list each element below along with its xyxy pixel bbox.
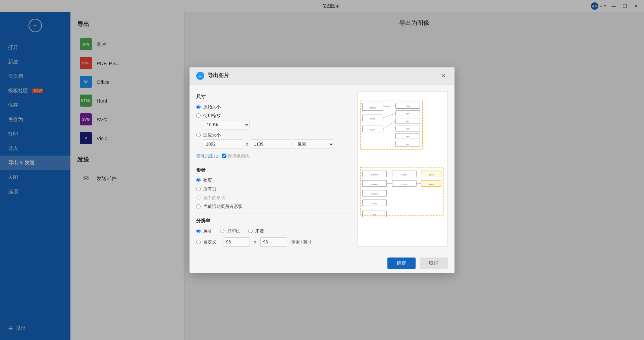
resolution-options-row: 屏幕 打印机 来源 [196, 228, 351, 234]
fit-input-row: x 像素 [203, 139, 351, 149]
custom-dpi-height-input[interactable] [260, 237, 287, 247]
original-size-label: 原始大小 [203, 104, 221, 110]
modal-overlay: ≡ 导出图片 ✕ 尺寸 原始大小 [0, 0, 644, 340]
scale-radio[interactable] [196, 113, 201, 118]
shape-all-label: 所有页 [203, 186, 216, 192]
res-printer-label: 打印机 [227, 228, 240, 234]
modal-footer: 确定 取消 [190, 253, 454, 273]
svg-text:步骤C: 步骤C [406, 120, 410, 122]
preview-svg: 起始节点 处理步骤 判断条件 步骤A 步骤B 步骤C 步骤D 步骤E [358, 92, 447, 246]
fit-width-input[interactable] [203, 139, 243, 149]
original-size-option[interactable]: 原始大小 [196, 104, 351, 110]
svg-text:阶段3处理: 阶段3处理 [371, 193, 377, 195]
modal-body: 尺寸 原始大小 使用缩放 [190, 84, 454, 253]
shape-current-label: 当前活动页所有形状 [203, 204, 243, 210]
size-section-label: 尺寸 [196, 94, 351, 100]
fit-label: 适应大小 [203, 132, 221, 138]
res-screen-radio[interactable] [196, 229, 201, 233]
fit-radio[interactable] [196, 133, 201, 137]
modal-title: 导出图片 [208, 72, 229, 79]
shape-selected-option[interactable]: 选中的形状 [196, 195, 351, 201]
divider-2 [196, 214, 351, 214]
res-source-radio[interactable] [248, 229, 253, 233]
res-screen-label: 屏幕 [203, 228, 212, 234]
res-printer-radio[interactable] [220, 229, 224, 233]
svg-text:分支处理B: 分支处理B [401, 183, 408, 185]
modal-icon-symbol: ≡ [199, 73, 202, 78]
custom-x-label: x [254, 239, 256, 244]
modal-close-button[interactable]: ✕ [439, 71, 448, 80]
custom-res-label: 自定义 [203, 239, 216, 245]
keep-ratio-label[interactable]: 保持纵横比 [222, 153, 250, 159]
svg-text:步骤B: 步骤B [406, 113, 410, 115]
modal-header-left: ≡ 导出图片 [196, 72, 229, 80]
shape-selected-label: 选中的形状 [203, 195, 225, 201]
custom-dpi-width-input[interactable] [223, 237, 250, 247]
shape-whole-label: 整页 [203, 177, 212, 183]
scale-input-row: 100% [203, 120, 351, 129]
custom-res-option[interactable]: 自定义 [196, 239, 216, 245]
size-radio-group: 原始大小 使用缩放 100% [196, 104, 351, 149]
scale-label: 使用缩放 [203, 113, 221, 119]
keep-ratio-checkbox[interactable] [222, 154, 226, 158]
res-source-label: 来源 [255, 228, 264, 234]
original-size-radio[interactable] [196, 105, 201, 109]
shape-whole-radio[interactable] [196, 178, 201, 182]
svg-text:分支处理A: 分支处理A [401, 174, 408, 175]
svg-text:步骤F: 步骤F [406, 143, 410, 145]
fit-height-input[interactable] [251, 139, 291, 149]
shape-current-radio[interactable] [196, 204, 201, 209]
resolution-section-label: 分辨率 [196, 218, 351, 224]
keep-ratio-text: 保持纵横比 [228, 153, 250, 159]
fit-unit-select[interactable]: 像素 [294, 139, 334, 149]
modal-header: ≡ 导出图片 ✕ [190, 67, 454, 84]
svg-text:阶段2处理: 阶段2处理 [371, 183, 377, 185]
svg-text:起始节点: 起始节点 [369, 106, 376, 108]
svg-text:判断条件: 判断条件 [370, 129, 375, 130]
modal-preview: 起始节点 处理步骤 判断条件 步骤A 步骤B 步骤C 步骤D 步骤E [357, 91, 448, 247]
scale-option-row: 使用缩放 100% [196, 113, 351, 129]
export-image-modal: ≡ 导出图片 ✕ 尺寸 原始大小 [190, 67, 454, 273]
shape-whole-option[interactable]: 整页 [196, 177, 351, 183]
svg-text:阶段1处理: 阶段1处理 [371, 174, 377, 175]
fit-option-row: 适应大小 x 像素 [196, 132, 351, 149]
custom-unit-label: 像素 / 英寸 [291, 239, 312, 245]
shape-all-radio[interactable] [196, 187, 201, 191]
scale-select[interactable]: 100% [203, 120, 250, 129]
shape-section-label: 形状 [196, 167, 351, 173]
svg-text:步骤D: 步骤D [406, 128, 410, 130]
remove-margin-button[interactable]: 移除页边距 [196, 153, 218, 159]
shape-radio-group: 整页 所有页 选中的形状 当前活动页所有形状 [196, 177, 351, 210]
svg-text:步骤A: 步骤A [406, 105, 410, 107]
res-screen-option[interactable]: 屏幕 [196, 228, 212, 234]
res-custom-radio[interactable] [196, 240, 201, 244]
svg-text:处理步骤: 处理步骤 [370, 118, 375, 119]
svg-text:步骤E: 步骤E [406, 136, 410, 137]
res-source-option[interactable]: 来源 [248, 228, 264, 234]
cancel-button[interactable]: 取消 [420, 258, 448, 269]
scale-radio-row[interactable]: 使用缩放 [196, 113, 351, 119]
shape-all-pages-option[interactable]: 所有页 [196, 186, 351, 192]
confirm-button[interactable]: 确定 [387, 258, 416, 269]
modal-form: 尺寸 原始大小 使用缩放 [196, 91, 351, 247]
svg-text:汇总节点: 汇总节点 [429, 174, 434, 175]
fit-radio-row[interactable]: 适应大小 [196, 132, 351, 138]
divider-1 [196, 163, 351, 163]
svg-text:完成: 完成 [373, 214, 376, 216]
margin-ratio-row: 移除页边距 保持纵横比 [196, 153, 351, 159]
custom-res-row: 自定义 x 像素 / 英寸 [196, 237, 351, 247]
shape-selected-radio[interactable] [196, 195, 201, 200]
modal-icon: ≡ [196, 72, 204, 80]
svg-text:输出结果: 输出结果 [429, 183, 434, 185]
svg-text:结束节点: 结束节点 [372, 203, 377, 205]
x-label: x [246, 141, 248, 147]
shape-current-page-option[interactable]: 当前活动页所有形状 [196, 204, 351, 210]
res-printer-option[interactable]: 打印机 [220, 228, 240, 234]
